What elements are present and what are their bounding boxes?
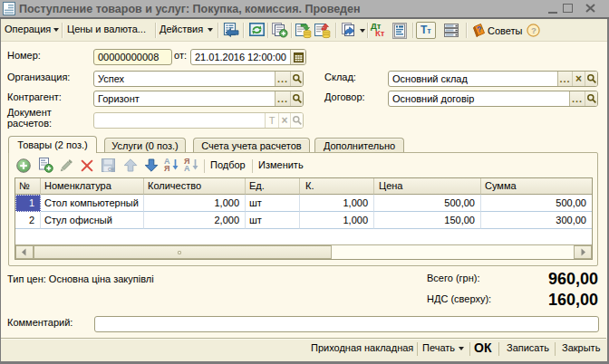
svg-text:?: ?: [531, 25, 536, 35]
svg-text:ОК: ОК: [108, 167, 115, 172]
